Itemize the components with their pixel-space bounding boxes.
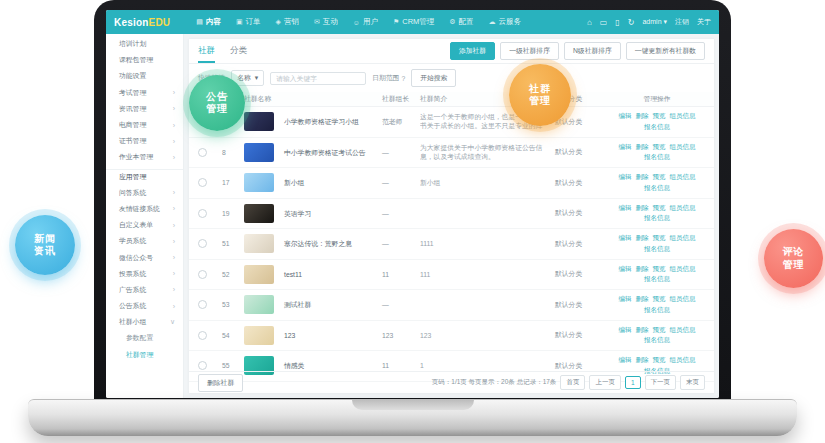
sidebar-item-wechat[interactable]: 微信公众号› [106, 249, 183, 265]
sidebar-item-param-config[interactable]: 参数配置 [106, 330, 183, 346]
signup-link[interactable]: 报名信息 [644, 245, 670, 254]
signup-link[interactable]: 报名信息 [644, 184, 670, 193]
menu-item-content[interactable]: ▤内容 [196, 17, 221, 27]
preview-link[interactable]: 预览 [653, 295, 666, 304]
preview-link[interactable]: 预览 [653, 234, 666, 243]
search-button[interactable]: 开始搜索 [411, 69, 456, 87]
delete-link[interactable]: 删除 [636, 295, 649, 304]
row-checkbox[interactable] [198, 209, 207, 218]
preview-link[interactable]: 预览 [653, 173, 666, 182]
home-icon[interactable]: ⌂ [587, 18, 592, 27]
signup-link[interactable]: 报名信息 [644, 336, 670, 345]
menu-item-users[interactable]: ☺用户 [353, 17, 378, 27]
sidebar-item-student-system[interactable]: 学员系统› [106, 233, 183, 249]
members-link[interactable]: 组员信息 [670, 326, 696, 335]
edit-link[interactable]: 编辑 [619, 234, 632, 243]
mobile-icon[interactable]: ▯ [615, 18, 619, 27]
edit-link[interactable]: 编辑 [619, 143, 632, 152]
sidebar-item-notice-system[interactable]: 公告系统› [106, 298, 183, 314]
preview-link[interactable]: 预览 [653, 265, 666, 274]
date-range-link[interactable]: 日期范围? [372, 73, 405, 83]
sidebar-item-training-plan[interactable]: 培训计划 [106, 36, 183, 52]
sidebar-item-certificate[interactable]: 证书管理› [106, 133, 183, 149]
prev-page-button[interactable]: 上一页 [589, 375, 621, 390]
sidebar-item-links-system[interactable]: 友情链接系统› [106, 201, 183, 217]
monitor-icon[interactable]: ▭ [600, 18, 608, 27]
preview-link[interactable]: 预览 [653, 356, 666, 365]
menu-item-cloud[interactable]: ☁云服务 [489, 17, 522, 27]
edit-link[interactable]: 编辑 [619, 112, 632, 121]
members-link[interactable]: 组员信息 [670, 295, 696, 304]
sidebar-item-news[interactable]: 资讯管理› [106, 101, 183, 117]
signup-link[interactable]: 报名信息 [644, 214, 670, 223]
edit-link[interactable]: 编辑 [619, 356, 632, 365]
refresh-icon[interactable]: ↻ [628, 18, 635, 27]
sidebar-item-function-settings[interactable]: 功能设置 [106, 68, 183, 84]
admin-dropdown[interactable]: admin ▾ [642, 18, 667, 26]
edit-link[interactable]: 编辑 [619, 295, 632, 304]
add-community-button[interactable]: 添加社群 [450, 42, 495, 60]
menu-item-interaction[interactable]: ✉互动 [314, 17, 338, 27]
members-link[interactable]: 组员信息 [670, 356, 696, 365]
row-checkbox[interactable] [198, 148, 207, 157]
row-checkbox[interactable] [198, 300, 207, 309]
delete-link[interactable]: 删除 [636, 143, 649, 152]
members-link[interactable]: 组员信息 [670, 173, 696, 182]
sidebar-section-app-management[interactable]: 应用管理 [106, 169, 183, 185]
row-checkbox[interactable] [198, 239, 207, 248]
first-page-button[interactable]: 首页 [560, 375, 585, 390]
row-checkbox[interactable] [198, 361, 207, 370]
delete-link[interactable]: 删除 [636, 326, 649, 335]
menu-item-config[interactable]: ⚙配置 [449, 17, 473, 27]
delete-link[interactable]: 删除 [636, 204, 649, 213]
edit-link[interactable]: 编辑 [619, 265, 632, 274]
last-page-button[interactable]: 末页 [680, 375, 705, 390]
sidebar-item-homework[interactable]: 作业本管理› [106, 149, 183, 165]
sidebar-item-community-group[interactable]: 社群小组∨ [106, 314, 183, 330]
logout-link[interactable]: 注销 [675, 17, 689, 27]
sidebar-item-vote-system[interactable]: 投票系统› [106, 266, 183, 282]
menu-item-marketing[interactable]: ◈营销 [276, 17, 299, 27]
edit-link[interactable]: 编辑 [619, 326, 632, 335]
sidebar-item-exam[interactable]: 考试管理› [106, 85, 183, 101]
delete-community-button[interactable]: 删除社群 [198, 374, 243, 392]
preview-link[interactable]: 预览 [653, 143, 666, 152]
menu-item-crm[interactable]: ⚑CRM管理 [393, 17, 434, 27]
members-link[interactable]: 组员信息 [670, 265, 696, 274]
sort-levelN-button[interactable]: N级社群排序 [564, 42, 621, 60]
tab-community[interactable]: 社群 [198, 39, 215, 63]
sidebar-item-community-management[interactable]: 社群管理 [106, 347, 183, 363]
page-1-button[interactable]: 1 [625, 376, 641, 389]
about-link[interactable]: 关于 [697, 17, 711, 27]
sidebar-item-ecommerce[interactable]: 电商管理› [106, 117, 183, 133]
tab-category[interactable]: 分类 [230, 39, 247, 63]
sidebar-item-qa-system[interactable]: 问答系统› [106, 185, 183, 201]
signup-link[interactable]: 报名信息 [644, 123, 670, 132]
signup-link[interactable]: 报名信息 [644, 306, 670, 315]
members-link[interactable]: 组员信息 [670, 112, 696, 121]
preview-link[interactable]: 预览 [653, 204, 666, 213]
edit-link[interactable]: 编辑 [619, 204, 632, 213]
row-checkbox[interactable] [198, 331, 207, 340]
sort-level1-button[interactable]: 一级社群排序 [500, 42, 559, 60]
keyword-input[interactable] [270, 72, 366, 85]
members-link[interactable]: 组员信息 [670, 143, 696, 152]
row-checkbox[interactable] [198, 178, 207, 187]
delete-link[interactable]: 删除 [636, 112, 649, 121]
edit-link[interactable]: 编辑 [619, 173, 632, 182]
sidebar-item-course-package[interactable]: 课程包管理 [106, 52, 183, 68]
next-page-button[interactable]: 下一页 [645, 375, 677, 390]
delete-link[interactable]: 删除 [636, 173, 649, 182]
delete-link[interactable]: 删除 [636, 234, 649, 243]
sidebar-item-ad-system[interactable]: 广告系统› [106, 282, 183, 298]
preview-link[interactable]: 预览 [653, 112, 666, 121]
row-checkbox[interactable] [198, 270, 207, 279]
delete-link[interactable]: 删除 [636, 356, 649, 365]
preview-link[interactable]: 预览 [653, 326, 666, 335]
signup-link[interactable]: 报名信息 [644, 275, 670, 284]
menu-item-orders[interactable]: ▣订单 [236, 17, 261, 27]
update-all-button[interactable]: 一键更新所有社群数 [626, 42, 705, 60]
delete-link[interactable]: 删除 [636, 265, 649, 274]
signup-link[interactable]: 报名信息 [644, 153, 670, 162]
members-link[interactable]: 组员信息 [670, 204, 696, 213]
